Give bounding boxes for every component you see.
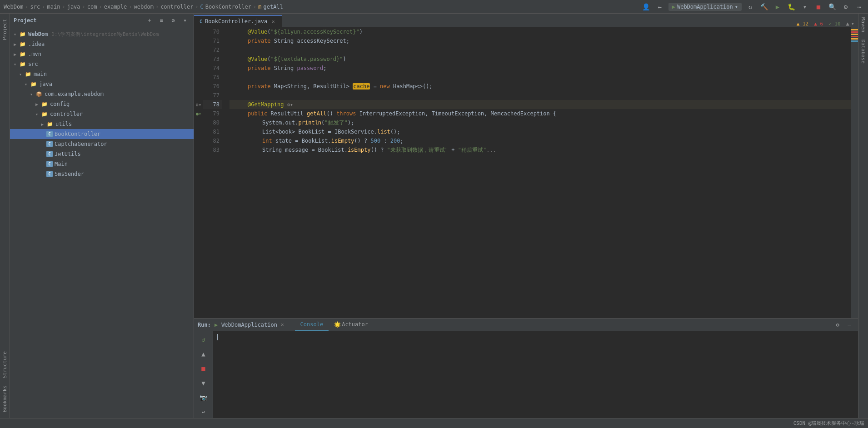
refresh-btn[interactable]: ↻ (745, 2, 755, 12)
breadcrumb-method-icon: m (258, 4, 261, 10)
run-config[interactable]: ▶ WebDomApplication ▾ (668, 3, 742, 11)
folder-controller-icon: 📁 (41, 110, 48, 118)
run-tab-actuator[interactable]: 🌟Actuator (329, 319, 374, 331)
run-btn[interactable]: ▶ (773, 2, 783, 12)
wrap-btn[interactable]: ↩ (197, 406, 210, 418)
breadcrumb-webdom[interactable]: WebDom (4, 4, 23, 10)
folder-idea-icon: 📁 (19, 40, 26, 48)
run-close-app[interactable]: × (281, 322, 284, 328)
top-bar-right: 👤 ← ▶ WebDomApplication ▾ ↻ 🔨 ▶ 🐛 ▾ ■ 🔍 … (641, 2, 864, 12)
error-marker2 (851, 36, 858, 37)
debug-btn[interactable]: 🐛 (786, 2, 796, 12)
sidebar-sync-btn[interactable]: ≡ (156, 15, 166, 25)
tree-item-jwtutils[interactable]: C JwtUtils (10, 149, 194, 159)
ok-badge: ✓ 10 (828, 21, 841, 27)
breadcrumb-example[interactable]: example (104, 4, 127, 10)
expand-btn[interactable]: ▾ (851, 20, 854, 27)
more-run-btn[interactable]: ▾ (800, 2, 810, 12)
run-console[interactable] (213, 331, 858, 418)
scroll-down-btn[interactable]: ▼ (197, 377, 210, 389)
tree-item-config[interactable]: ▶ 📁 config (10, 99, 194, 109)
back-btn[interactable]: ← (655, 2, 665, 12)
stop-run-btn[interactable]: ■ (197, 362, 210, 375)
run-config-icon: ▶ (672, 4, 675, 10)
folder-mvn-icon: 📁 (19, 50, 26, 58)
tree-item-java[interactable]: ▾ 📁 java (10, 79, 194, 89)
tree-item-package[interactable]: ▾ 📦 com.example.webdom (10, 89, 194, 99)
run-config-dropdown[interactable]: ▾ (735, 4, 738, 10)
breadcrumb-getall[interactable]: getAll (263, 4, 283, 10)
run-panel-settings-btn[interactable]: ⚙ (833, 320, 843, 330)
tree-item-src[interactable]: ▾ 📁 src (10, 59, 194, 69)
code-line-77 (229, 91, 851, 100)
folder-src-icon: 📁 (19, 60, 26, 68)
run-panel-minimize-btn[interactable]: — (844, 320, 854, 330)
database-tab[interactable]: Database (859, 36, 868, 67)
code-line-82: int state = BookList.isEmpty() ? 500 : 2… (229, 136, 851, 145)
breadcrumb-src[interactable]: src (30, 4, 40, 10)
sidebar-settings-btn[interactable]: ⚙ (168, 15, 178, 25)
scroll-up-btn[interactable]: ▲ (197, 348, 210, 360)
code-line-70: @Value("${aliyun.accessKeySecret}") (229, 27, 851, 36)
tree-item-captcha[interactable]: C CaptchaGenerator (10, 139, 194, 149)
tab-close-btn[interactable]: × (270, 18, 276, 25)
rerun-btn[interactable]: ↺ (197, 333, 210, 346)
run-app-name: WebDomApplication (221, 322, 277, 328)
project-tree: ▾ 📁 WebDom D:\学习案例\integrationMyBatis\We… (10, 27, 194, 418)
profile-btn[interactable]: 👤 (641, 2, 651, 12)
status-text: CSDN @瑞晟技术服务中心-耿瑞 (793, 420, 864, 427)
breadcrumb-com[interactable]: com (87, 4, 97, 10)
editor-area: C BookController.java × ▲ 12 ▲ 6 ✓ 10 ▲ … (194, 14, 858, 418)
debug-gutter-icon[interactable]: ●▾ (194, 109, 203, 118)
breadcrumb-bookcontroller[interactable]: BookController (205, 4, 251, 10)
warning-marker (851, 29, 858, 30)
tree-item-webdom[interactable]: ▾ 📁 WebDom D:\学习案例\integrationMyBatis\We… (10, 29, 194, 39)
code-editor: ⚙▾ ●▾ 70 71 72 73 74 75 76 77 78 79 80 (194, 27, 858, 318)
settings-btn[interactable]: ⚙ (841, 2, 851, 12)
line-numbers: 70 71 72 73 74 75 76 77 78 79 80 81 82 8… (203, 27, 226, 318)
breadcrumb-webdom2[interactable]: webdom (134, 4, 154, 10)
tree-item-idea[interactable]: ▶ 📁 .idea (10, 39, 194, 49)
tree-item-smssender[interactable]: C SmsSender (10, 169, 194, 179)
class-smssender-icon: C (46, 171, 53, 177)
breadcrumb-controller[interactable]: controller (160, 4, 193, 10)
tree-item-main[interactable]: ▾ 📁 main (10, 69, 194, 79)
bookmarks-tab[interactable]: Bookmarks (0, 382, 9, 416)
main-area: Project Structure Bookmarks Project + ≡ … (0, 14, 868, 418)
folder-config-icon: 📁 (41, 100, 48, 108)
breadcrumb-java[interactable]: java (67, 4, 80, 10)
collapse-btn[interactable]: ▲ (846, 20, 849, 27)
code-content[interactable]: @Value("${aliyun.accessKeySecret}") priv… (226, 27, 851, 318)
cache-highlight: cache (353, 83, 370, 90)
sidebar-gear-btn[interactable]: ▾ (180, 15, 190, 25)
tree-item-bookcontroller[interactable]: C BookController (10, 129, 194, 139)
run-tab-console[interactable]: Console (295, 319, 329, 331)
tree-item-controller[interactable]: ▾ 📁 controller (10, 109, 194, 119)
structure-tab[interactable]: Structure (0, 348, 9, 382)
more-btn[interactable]: ⋯ (854, 2, 864, 12)
maven-tab[interactable]: Maven (859, 14, 868, 36)
warning-marker3 (851, 38, 858, 40)
code-line-80: System.out.println("触发了"); (229, 118, 851, 127)
right-markers-panel (851, 27, 858, 318)
tree-item-mvn[interactable]: ▶ 📁 .mvn (10, 49, 194, 59)
code-line-71: private String accessKeySecret; (229, 36, 851, 45)
annotation-gutter-icon[interactable]: ⚙▾ (194, 100, 203, 109)
tab-filename: BookController.java (205, 18, 267, 25)
breadcrumb-main[interactable]: main (47, 4, 60, 10)
tree-item-main-class[interactable]: C Main (10, 159, 194, 169)
run-panel: Run: ▶ WebDomApplication × Console 🌟Actu… (194, 318, 858, 418)
search-btn[interactable]: 🔍 (827, 2, 837, 12)
sidebar-header: Project + ≡ ⚙ ▾ (10, 14, 194, 27)
project-tab[interactable]: Project (0, 15, 9, 44)
code-gutter: ⚙▾ ●▾ (194, 27, 203, 318)
stop-btn[interactable]: ■ (813, 2, 823, 12)
sidebar-add-btn[interactable]: + (145, 15, 155, 25)
tree-item-utils[interactable]: ▶ 📁 utils (10, 119, 194, 129)
build-btn[interactable]: 🔨 (759, 2, 769, 12)
camera-btn[interactable]: 📷 (197, 391, 210, 404)
tab-bookcontroller[interactable]: C BookController.java × (194, 15, 282, 27)
project-name: WebDom (28, 31, 48, 37)
editor-tabs-right: ▲ 12 ▲ 6 ✓ 10 ▲ ▾ (793, 20, 858, 27)
class-bookcontroller-icon: C (46, 131, 53, 137)
